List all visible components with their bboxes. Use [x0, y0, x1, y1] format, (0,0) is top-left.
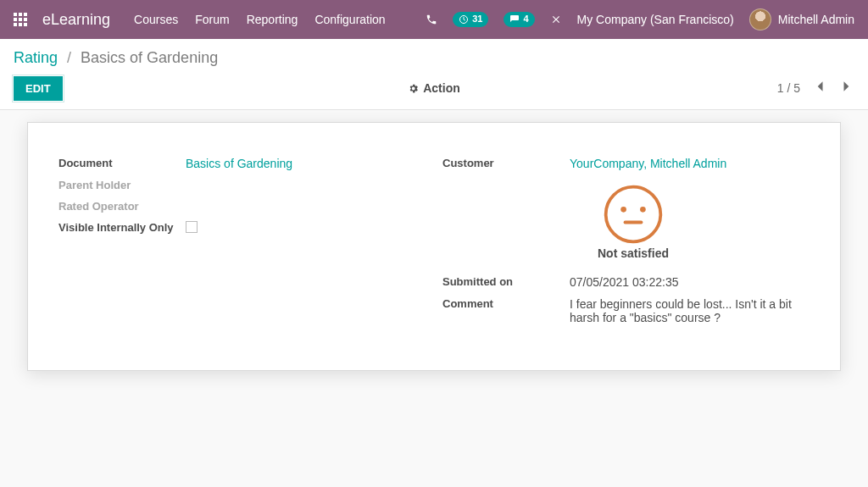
- breadcrumb-separator: /: [67, 49, 71, 66]
- submitted-value: 07/05/2021 03:22:35: [570, 275, 810, 289]
- company-switcher[interactable]: My Company (San Francisco): [577, 13, 734, 26]
- visible-internally-checkbox[interactable]: [186, 221, 198, 233]
- apps-icon[interactable]: [14, 13, 27, 26]
- svg-rect-7: [19, 23, 22, 26]
- customer-label: Customer: [442, 157, 570, 169]
- rating-display: Not satisfied: [570, 182, 810, 260]
- nav-item-configuration[interactable]: Configuration: [314, 13, 385, 26]
- form-container: Document Basics of Gardening Parent Hold…: [0, 110, 868, 371]
- svg-rect-6: [14, 23, 17, 26]
- svg-point-12: [640, 207, 646, 213]
- action-dropdown[interactable]: Action: [408, 81, 460, 95]
- nav-right: 31 4 My Company (San Francisco) Mitchell…: [426, 8, 854, 30]
- user-avatar: [749, 8, 771, 30]
- comment-label: Comment: [442, 297, 570, 310]
- pager-prev-icon[interactable]: [812, 79, 827, 97]
- tools-icon[interactable]: [550, 14, 562, 25]
- parent-holder-label: Parent Holder: [58, 179, 186, 191]
- visible-internally-label: Visible Internally Only: [58, 221, 186, 234]
- customer-value[interactable]: YourCompany, Mitchell Admin: [570, 157, 810, 170]
- form-left-column: Document Basics of Gardening Parent Hold…: [58, 157, 426, 333]
- svg-rect-8: [24, 23, 27, 26]
- svg-point-11: [620, 207, 626, 213]
- action-label: Action: [423, 81, 460, 95]
- user-name: Mitchell Admin: [778, 13, 854, 26]
- breadcrumb-parent[interactable]: Rating: [14, 49, 58, 66]
- app-brand[interactable]: eLearning: [42, 11, 110, 29]
- nav-item-courses[interactable]: Courses: [134, 13, 178, 26]
- form-right-column: Customer YourCompany, Mitchell Admin: [442, 157, 810, 333]
- svg-rect-0: [14, 13, 17, 16]
- visible-internally-value: [186, 221, 426, 235]
- breadcrumb-current: Basics of Gardening: [81, 49, 218, 66]
- rating-text: Not satisfied: [598, 246, 669, 260]
- svg-rect-4: [19, 18, 22, 21]
- control-panel: Rating / Basics of Gardening EDIT Action…: [0, 39, 868, 110]
- activities-badge[interactable]: 31: [453, 12, 488, 26]
- document-label: Document: [58, 157, 186, 169]
- submitted-label: Submitted on: [442, 275, 570, 288]
- document-value[interactable]: Basics of Gardening: [186, 157, 426, 170]
- nav-item-forum[interactable]: Forum: [195, 13, 229, 26]
- rated-operator-label: Rated Operator: [58, 200, 186, 213]
- top-navbar: eLearning Courses Forum Reporting Config…: [0, 0, 868, 39]
- messages-count: 4: [523, 14, 528, 25]
- rating-face-icon: [601, 182, 665, 246]
- nav-menu: Courses Forum Reporting Configuration: [134, 13, 386, 26]
- svg-rect-5: [24, 18, 27, 21]
- breadcrumb: Rating / Basics of Gardening: [14, 49, 854, 67]
- pager: 1 / 5: [777, 79, 854, 97]
- user-menu[interactable]: Mitchell Admin: [749, 8, 854, 30]
- nav-item-reporting[interactable]: Reporting: [247, 13, 298, 26]
- svg-rect-1: [19, 13, 22, 16]
- svg-point-10: [606, 187, 661, 242]
- activities-count: 31: [472, 14, 482, 25]
- gear-icon: [408, 83, 419, 94]
- comment-value: I fear beginners could be lost... Isn't …: [570, 297, 810, 324]
- edit-button[interactable]: EDIT: [14, 76, 63, 101]
- messages-badge[interactable]: 4: [504, 12, 534, 26]
- form-sheet: Document Basics of Gardening Parent Hold…: [27, 122, 841, 371]
- pager-next-icon[interactable]: [839, 79, 854, 97]
- svg-rect-3: [14, 18, 17, 21]
- phone-icon[interactable]: [426, 14, 437, 25]
- pager-text[interactable]: 1 / 5: [777, 81, 800, 95]
- svg-rect-2: [24, 13, 27, 16]
